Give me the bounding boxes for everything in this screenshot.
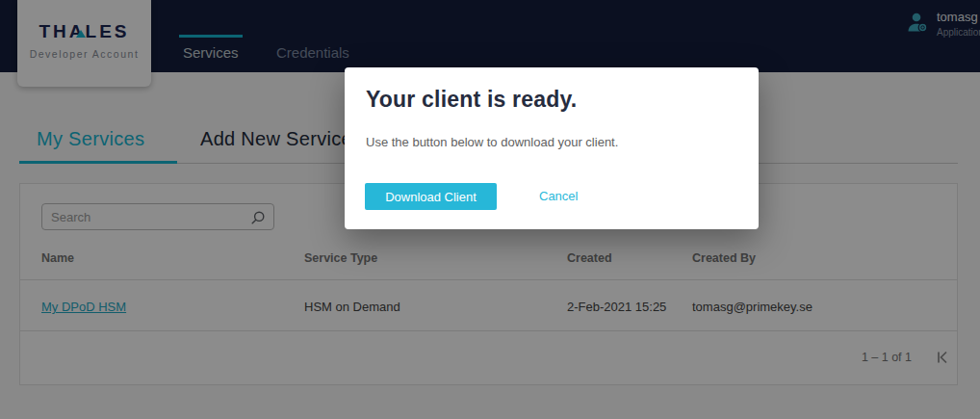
client-ready-dialog: Your client is ready. Use the button bel… (345, 67, 759, 229)
page: Services Credentials tomasg Application … (0, 0, 980, 419)
dialog-message: Use the button below to download your cl… (366, 135, 618, 149)
cancel-button[interactable]: Cancel (539, 189, 578, 203)
dialog-title: Your client is ready. (366, 87, 577, 113)
download-client-button[interactable]: Download Client (365, 183, 497, 210)
